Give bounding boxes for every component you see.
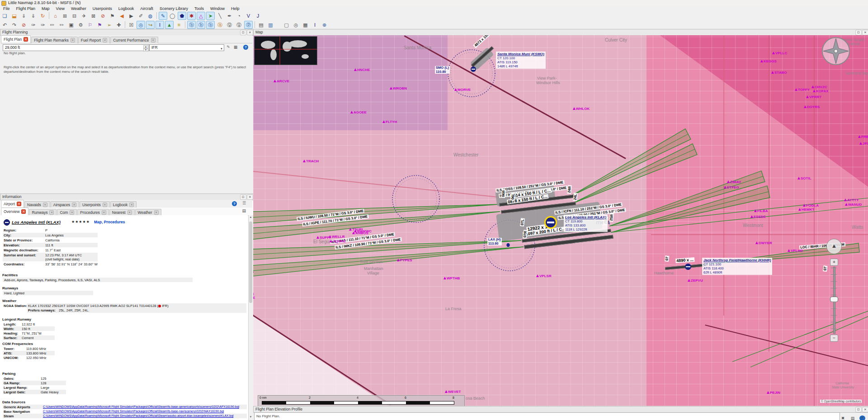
remove-marks-icon[interactable]: ☒ [127,21,136,29]
vor-label[interactable]: SMO (L)110.80 [435,66,450,74]
show-soft-airports-toggle-icon[interactable]: ◯ [168,12,177,20]
highlight-range-rings-icon[interactable]: ✏ [48,21,57,29]
menu-logbook[interactable]: Logbook [115,6,137,11]
information-help-icon[interactable]: ? [232,201,237,206]
waypoint-fogla[interactable]: FOGLA [803,203,819,208]
add-userpoint-icon[interactable]: ✑ [29,21,38,29]
airport-label-link[interactable]: Santa Monica Muni (KSMO) [497,52,544,56]
menu-view[interactable]: View [53,6,68,11]
open-flight-plan-icon[interactable]: ⬓ [10,12,19,20]
calc-flight-plan-icon[interactable]: ✎ [225,44,231,50]
airport-info-box[interactable]: Los Angeles Intl (KLAX)CT 119.800ATIS 13… [564,215,608,232]
flight-rules-combobox[interactable]: IFR ▼ [149,44,224,51]
tab-close-icon[interactable]: ✕ [103,203,107,207]
waypoint-etfeg[interactable]: ETFEG [724,185,739,189]
subtab-weather[interactable]: Weather✕ [135,209,161,216]
save-flight-plan-icon[interactable]: ⇓ [19,12,28,20]
waypoint-zepvu[interactable]: ZEPVU [688,278,703,283]
aircraft-zoom-box-icon[interactable]: ⊠ [89,12,98,20]
add-position-icon[interactable]: ✚ [114,21,123,29]
zoom-in-button[interactable]: + [830,259,838,266]
airspace-at-altitude-icon[interactable]: ⓐ [216,21,224,29]
tab-flight-plan-remarks[interactable]: Flight Plan Remarks✕ [31,37,78,43]
waypoint-wpthb[interactable]: WPTHB [443,276,460,280]
waypoint-heara[interactable]: HEARA [253,269,254,274]
expand-profile-icon[interactable]: ✖ [840,415,846,420]
undo-icon[interactable]: ↶ [0,21,9,29]
waypoint-esede[interactable]: ESEDE [750,215,766,219]
add-to-plan-icon[interactable]: ➢ [105,21,113,29]
waypoint-aytty[interactable]: AYTTY [844,198,859,202]
dock-close-icon[interactable]: ✕ [247,30,253,35]
show-elevation-profile-icon[interactable]: ▲ [165,21,174,29]
waypoint-lgpse[interactable]: LGPSE [253,296,255,300]
menu-map[interactable]: Map [38,6,53,11]
window-map-dock-icon[interactable]: ⊕ [320,21,329,29]
show-flight-plan-table-icon[interactable]: ▤ [257,21,265,29]
source-path-link[interactable]: C:\Users\WINDOWS\AppData\Roaming\Microso… [43,414,233,417]
dock-float-icon[interactable]: ⊡ [240,194,246,200]
waypoint-vpllc[interactable]: VPLLC [772,51,787,55]
show-ndb-toggle-icon[interactable]: ✱ [187,12,196,20]
cruise-altitude-spinbox[interactable]: 29,000 ft ▲▼ [3,44,149,51]
airport-symbol-icon[interactable] [471,66,476,72]
profile-options-icon[interactable]: ▤ [850,415,856,420]
adjust-altitude-icon[interactable]: ▦ [232,44,239,50]
menu-window[interactable]: Window [207,6,228,11]
waypoint-vplhd[interactable]: VPLHD [788,249,803,253]
save-flight-plan-as-icon[interactable]: ⇓ [29,12,38,20]
waypoint-chvzc[interactable]: CHVZC [811,85,827,89]
waypoint-hemkt[interactable]: HEMKT [798,208,814,212]
airport-label-link[interactable]: Los Angeles Intl (KLAX) [565,215,606,219]
window-layout-reset-icon[interactable]: ▢ [282,21,291,29]
airspace-all-icon[interactable]: ⓑ [206,21,215,29]
airport-name-link[interactable]: Los Angeles Intl (KLAX) [12,220,61,225]
zoom-out-button[interactable]: − [830,335,838,342]
tab-close-icon[interactable]: ✕ [72,203,76,207]
adjust-view-icon[interactable]: ⊟ [70,12,79,20]
waypoint-arcve[interactable]: ARCVE [274,79,289,83]
waypoint-hnche[interactable]: HNCHE [354,68,370,72]
tab-userpoints[interactable]: Userpoints✕ [80,201,110,208]
flight-plan-help-icon[interactable]: ? [243,45,248,50]
subtab-overview[interactable]: Overview✕ [1,208,28,215]
menu-flight-plan[interactable]: Flight Plan [13,6,39,11]
waypoint-anbos[interactable]: ANBOS [352,231,368,235]
map-back-icon[interactable]: ◀ [118,12,126,20]
tab-close-icon[interactable]: ✕ [127,210,132,215]
airspace-below-icon[interactable]: ⓑ [187,21,196,29]
altitude-spin-buttons[interactable]: ▲▼ [143,45,148,50]
tab-close-icon[interactable]: ✕ [71,38,75,42]
show-route-icon[interactable]: ↪ [146,21,155,29]
waypoint-trach[interactable]: TRACH [303,159,319,163]
measure-distance-icon[interactable]: ✐ [137,12,145,20]
airport-map-procedures-links[interactable]: Map, Procedures [94,220,125,224]
tab-close-icon[interactable]: ✕ [49,210,54,215]
tab-close-icon[interactable]: ✕ [17,202,21,206]
add-hold-icon[interactable]: ⚐ [86,21,94,29]
show-approach-icon[interactable]: ⚑ [108,12,117,20]
no-edit-mode-icon[interactable]: ⊘ [19,21,28,29]
map-next-icon[interactable]: ▶ [127,12,136,20]
waypoint-wevet[interactable]: WEVET [445,390,461,394]
tab-close-icon[interactable]: ✕ [129,203,134,207]
waypoint-toffy[interactable]: TOFFY [795,88,810,92]
map-home-icon[interactable]: ⌂ [51,12,60,20]
menu-userpoints[interactable]: Userpoints [90,6,115,11]
tab-close-icon[interactable]: ✕ [43,203,47,207]
window-route-dock-icon[interactable]: ▦ [301,21,310,29]
menu-scenery-library[interactable]: Scenery Library [156,6,191,11]
tab-close-icon[interactable]: ✕ [21,209,26,214]
tab-airport[interactable]: Airport✕ [1,200,24,208]
waypoint-vprrt[interactable]: VPRRT [806,95,821,99]
new-flight-plan-icon[interactable]: ❏ [0,12,9,20]
tab-close-icon[interactable]: ✕ [70,210,74,215]
show-jet-airways-toggle-icon[interactable]: ✒ [225,12,234,20]
waypoint-morve[interactable]: MORVE [454,88,471,92]
airport-info-box[interactable]: Santa Monica Muni (KSMO)CT 120.100ATIS 1… [496,52,546,69]
show-logbook-icon[interactable]: ▥ [266,21,275,29]
airspace-above-icon[interactable]: ⓑ [197,21,205,29]
waypoint-vplsr[interactable]: VPLSR [536,274,552,278]
tab-flight-plan[interactable]: Flight Plan✕ [1,35,31,43]
tab-airspaces[interactable]: Airspaces✕ [51,201,79,208]
